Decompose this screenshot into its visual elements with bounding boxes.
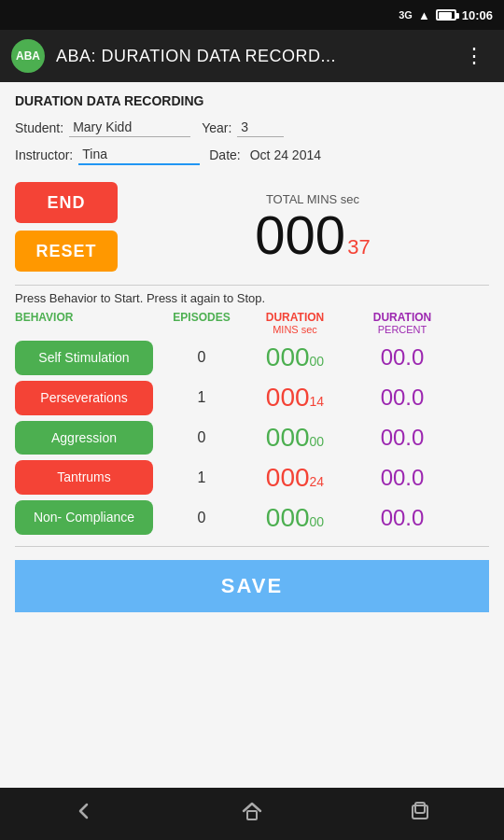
home-button[interactable] <box>222 792 282 835</box>
timer-sub-digits: 37 <box>347 235 370 259</box>
behavior-button-4[interactable]: Non- Compliance <box>15 500 153 535</box>
divider-1 <box>15 285 489 286</box>
episodes-cell-1: 1 <box>164 389 239 406</box>
duration-cell-2: 000 00 <box>239 423 351 453</box>
instructor-row: Instructor: Date: Oct 24 2014 <box>15 145 489 165</box>
recents-button[interactable] <box>390 792 450 835</box>
year-input[interactable] <box>237 118 284 137</box>
menu-button[interactable]: ⋮ <box>456 40 493 72</box>
pct-cell-3: 00.0 <box>351 465 454 491</box>
behavior-row: Perseverations 1 000 14 00.0 <box>15 381 489 415</box>
section-title: DURATION DATA RECORDING <box>15 93 489 108</box>
behavior-button-2[interactable]: Aggression <box>15 421 153 455</box>
pct-cell-4: 00.0 <box>351 505 454 531</box>
duration-cell-0: 000 00 <box>239 343 351 372</box>
episodes-cell-0: 0 <box>164 349 239 366</box>
duration-cell-4: 000 00 <box>239 503 351 533</box>
th-episodes: EPISODES <box>164 311 239 335</box>
instructions-text: Press Behavior to Start. Press it again … <box>15 291 489 305</box>
battery-icon <box>436 9 456 21</box>
behavior-button-3[interactable]: Tantrums <box>15 460 153 495</box>
end-button[interactable]: END <box>15 182 118 223</box>
nav-bar <box>0 788 504 840</box>
divider-2 <box>15 546 489 547</box>
behavior-row: Tantrums 1 000 24 00.0 <box>15 460 489 495</box>
behavior-list: Self Stimulation 0 000 00 00.0 Persevera… <box>15 341 489 540</box>
student-input[interactable] <box>69 118 190 137</box>
reset-button[interactable]: RESET <box>15 231 118 272</box>
control-buttons: END RESET <box>15 182 118 272</box>
episodes-cell-4: 0 <box>164 510 239 526</box>
instructor-label: Instructor: <box>15 147 73 162</box>
table-header: BEHAVIOR EPISODES DURATION MINS sec DURA… <box>15 311 489 337</box>
student-row: Student: Year: <box>15 118 489 137</box>
timer-value: 000 37 <box>255 208 370 262</box>
th-duration: DURATION MINS sec <box>239 311 351 335</box>
behavior-button-1[interactable]: Perseverations <box>15 381 153 415</box>
signal-bars-icon: ▲ <box>418 8 430 22</box>
status-bar: 3G ▲ 10:06 <box>0 0 504 30</box>
instructor-input[interactable] <box>78 145 200 165</box>
pct-cell-2: 00.0 <box>351 425 454 451</box>
th-behavior: BEHAVIOR <box>15 311 164 335</box>
app-title: ABA: DURATION DATA RECORD... <box>56 47 456 66</box>
th-duration-pct: DURATION PERCENT <box>351 311 454 335</box>
duration-cell-3: 000 24 <box>239 463 351 493</box>
behavior-row: Self Stimulation 0 000 00 00.0 <box>15 341 489 375</box>
signal-indicator: 3G <box>399 9 413 21</box>
timer-display: TOTAL MINS sec 000 37 <box>136 192 489 262</box>
behavior-row: Aggression 0 000 00 00.0 <box>15 421 489 455</box>
pct-cell-0: 00.0 <box>351 344 454 371</box>
date-label: Date: <box>209 147 240 162</box>
duration-cell-1: 000 14 <box>239 383 351 413</box>
time-display: 10:06 <box>462 8 493 22</box>
date-value: Oct 24 2014 <box>250 147 321 162</box>
svg-rect-2 <box>415 803 425 813</box>
behavior-button-0[interactable]: Self Stimulation <box>15 341 153 375</box>
behavior-row: Non- Compliance 0 000 00 00.0 <box>15 500 489 535</box>
year-label: Year: <box>202 120 231 135</box>
back-button[interactable] <box>54 792 114 835</box>
app-logo: ABA <box>11 39 45 73</box>
svg-rect-0 <box>247 811 257 819</box>
pct-cell-1: 00.0 <box>351 385 454 411</box>
main-content: DURATION DATA RECORDING Student: Year: I… <box>0 82 504 788</box>
episodes-cell-2: 0 <box>164 429 239 446</box>
timer-section: END RESET TOTAL MINS sec 000 37 <box>15 182 489 272</box>
episodes-cell-3: 1 <box>164 469 239 486</box>
student-label: Student: <box>15 120 63 135</box>
save-button[interactable]: SAVE <box>15 560 489 612</box>
timer-main-digits: 000 <box>255 208 345 262</box>
app-bar: ABA ABA: DURATION DATA RECORD... ⋮ <box>0 30 504 82</box>
